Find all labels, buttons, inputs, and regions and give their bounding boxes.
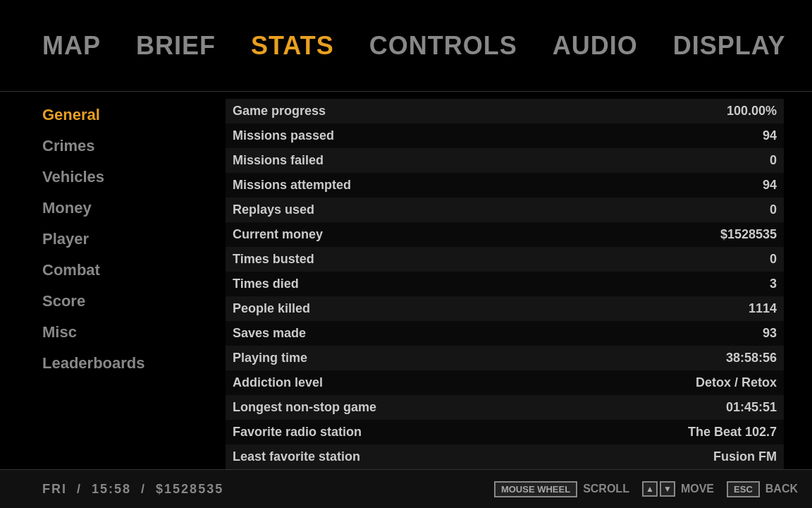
- stat-value: 38:58:56: [726, 351, 777, 365]
- stat-label: Times died: [233, 277, 299, 291]
- sidebar-item-general[interactable]: General: [42, 106, 169, 124]
- nav-item-audio[interactable]: Audio: [553, 31, 638, 61]
- stat-value: 0: [770, 202, 777, 217]
- day-display: FRI: [42, 482, 67, 496]
- nav-item-controls[interactable]: Controls: [369, 31, 517, 61]
- sidebar-item-player[interactable]: Player: [42, 230, 169, 248]
- nav-item-map[interactable]: Map: [42, 31, 101, 61]
- stat-value: The Beat 102.7: [688, 425, 777, 440]
- stat-row: Favorite radio stationThe Beat 102.7: [226, 420, 784, 445]
- stat-label: Longest non-stop game: [233, 400, 376, 415]
- scroll-hint: MOUSE WHEEL SCROLL: [494, 481, 629, 497]
- stat-row: Current money$1528535: [226, 222, 784, 247]
- stat-label: Game progress: [233, 104, 326, 119]
- stat-label: Playing time: [233, 351, 307, 365]
- time-display: 15:58: [92, 482, 131, 496]
- nav-item-display[interactable]: Display: [673, 31, 786, 61]
- top-navigation: MapBriefStatsControlsAudioDisplayGraphic…: [0, 0, 812, 92]
- sidebar-item-leaderboards[interactable]: Leaderboards: [42, 354, 169, 373]
- stat-label: Least favorite station: [233, 449, 360, 464]
- stat-label: Current money: [233, 227, 323, 242]
- stat-row: Game progress100.00%: [226, 99, 784, 123]
- stat-row: Times died3: [226, 272, 784, 296]
- stat-value: 94: [763, 128, 777, 143]
- stat-row: Missions failed0: [226, 148, 784, 173]
- stat-row: People killed1114: [226, 296, 784, 321]
- sidebar-item-money[interactable]: Money: [42, 199, 169, 217]
- stat-label: Replays used: [233, 202, 314, 217]
- stat-row: Playing time38:58:56: [226, 346, 784, 370]
- up-arrow-icon: ▲: [642, 481, 658, 497]
- sidebar-item-score[interactable]: Score: [42, 292, 169, 310]
- stat-label: Missions failed: [233, 153, 324, 168]
- stat-value: 01:45:51: [726, 400, 777, 415]
- stat-row: Addiction levelDetox / Retox: [226, 370, 784, 395]
- move-label: MOVE: [681, 483, 714, 495]
- money-display: $1528535: [156, 482, 223, 496]
- stat-value: 0: [770, 153, 777, 168]
- stat-label: Times busted: [233, 252, 314, 267]
- stat-value: $1528535: [720, 227, 777, 242]
- mouse-wheel-badge: MOUSE WHEEL: [494, 481, 577, 497]
- stat-row: Replays used0: [226, 198, 784, 222]
- controls-hint: MOUSE WHEEL SCROLL ▲ ▼ MOVE ESC BACK: [494, 481, 798, 497]
- stats-panel: Game progress100.00%Missions passed94Mis…: [211, 92, 812, 469]
- stat-row: Saves made93: [226, 321, 784, 346]
- stat-label: Missions attempted: [233, 178, 351, 193]
- stat-value: 1114: [749, 301, 777, 316]
- stat-value: 93: [763, 326, 777, 341]
- stat-label: Favorite radio station: [233, 425, 362, 440]
- stat-row: Longest non-stop game01:45:51: [226, 395, 784, 420]
- stat-value: Fusion FM: [713, 449, 777, 464]
- nav-item-brief[interactable]: Brief: [136, 31, 216, 61]
- stat-label: Missions passed: [233, 128, 334, 143]
- back-label: BACK: [765, 483, 798, 495]
- status-info: FRI / 15:58 / $1528535: [42, 482, 223, 497]
- scroll-label: SCROLL: [583, 483, 629, 495]
- stat-row: Missions attempted94: [226, 173, 784, 198]
- stat-value: 94: [763, 178, 777, 193]
- stat-row: Least favorite stationFusion FM: [226, 445, 784, 469]
- stat-label: Addiction level: [233, 375, 323, 390]
- esc-badge: ESC: [727, 481, 760, 497]
- sidebar: GeneralCrimesVehiclesMoneyPlayerCombatSc…: [0, 92, 211, 469]
- stat-value: Detox / Retox: [696, 375, 777, 390]
- stat-row: Times busted0: [226, 247, 784, 272]
- down-arrow-icon: ▼: [660, 481, 675, 497]
- sidebar-item-crimes[interactable]: Crimes: [42, 137, 169, 155]
- move-hint: ▲ ▼ MOVE: [642, 481, 714, 497]
- back-hint: ESC BACK: [727, 481, 798, 497]
- arrow-keys: ▲ ▼: [642, 481, 675, 497]
- stat-value: 100.00%: [727, 104, 777, 119]
- sidebar-item-combat[interactable]: Combat: [42, 261, 169, 279]
- nav-item-stats[interactable]: Stats: [251, 31, 334, 61]
- main-content: GeneralCrimesVehiclesMoneyPlayerCombatSc…: [0, 92, 812, 469]
- stat-value: 0: [770, 252, 777, 267]
- sidebar-item-vehicles[interactable]: Vehicles: [42, 168, 169, 186]
- bottom-bar: FRI / 15:58 / $1528535 MOUSE WHEEL SCROL…: [0, 469, 812, 508]
- stat-label: Saves made: [233, 326, 306, 341]
- stat-row: Missions passed94: [226, 123, 784, 148]
- stat-value: 3: [770, 277, 777, 291]
- stat-label: People killed: [233, 301, 310, 316]
- sidebar-item-misc[interactable]: Misc: [42, 323, 169, 341]
